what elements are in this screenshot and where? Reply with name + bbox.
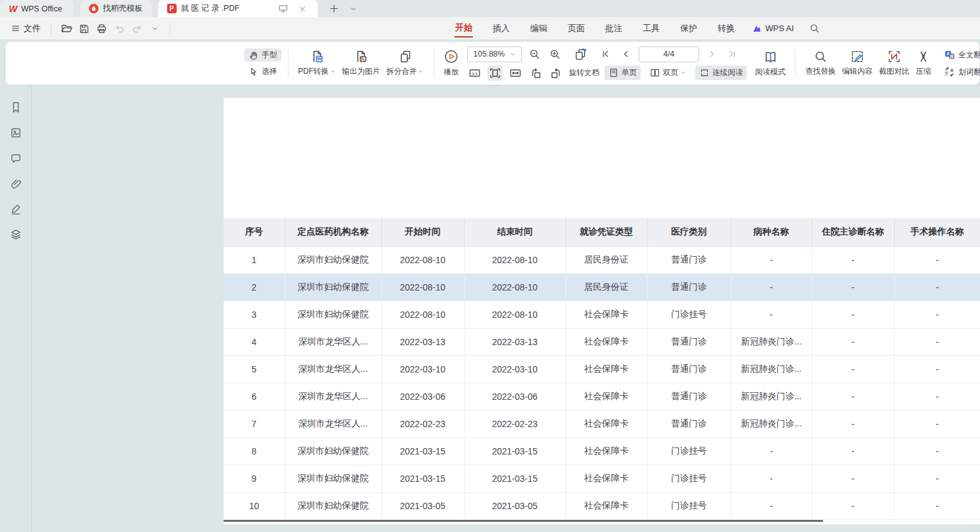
- rotate-left-button[interactable]: [528, 65, 543, 81]
- chevron-down-icon: [418, 69, 424, 74]
- full-translation-button[interactable]: A 文 全文翻译: [939, 48, 980, 62]
- menu-convert[interactable]: 转换: [717, 20, 735, 37]
- zoom-level-select[interactable]: 105.88%: [467, 46, 522, 62]
- wps-ai-button[interactable]: WPS AI: [752, 24, 794, 34]
- attachment-icon[interactable]: [9, 177, 23, 191]
- single-page-button[interactable]: 单页: [604, 65, 641, 80]
- select-tool-button[interactable]: 选择: [244, 65, 282, 78]
- table-cell: -: [894, 273, 980, 301]
- table-cell: -: [894, 492, 980, 519]
- read-mode-button[interactable]: 阅读模式: [752, 48, 789, 79]
- page-number-input[interactable]: 4/4: [639, 46, 699, 62]
- menu-edit[interactable]: 编辑: [529, 20, 548, 37]
- table-cell: 深圳市龙华区人...: [285, 328, 381, 355]
- actual-size-button[interactable]: 1:1: [467, 65, 482, 81]
- rotate-left-icon: [529, 67, 542, 79]
- select-tool-label: 选择: [262, 66, 277, 77]
- menu-insert[interactable]: 插入: [492, 20, 510, 37]
- svg-text:1:1: 1:1: [472, 71, 478, 75]
- export-image-button[interactable]: 输出为图片: [339, 48, 383, 78]
- table-cell: 2022-08-10: [381, 273, 464, 301]
- search-icon[interactable]: [809, 23, 820, 34]
- table-cell: 社会保障卡: [566, 383, 647, 410]
- continuous-read-icon: [699, 67, 710, 78]
- bookmark-icon[interactable]: [9, 100, 23, 114]
- quick-access-chevron-icon[interactable]: [147, 21, 163, 36]
- continuous-read-label: 连续阅读: [712, 67, 743, 78]
- table-cell: -: [812, 301, 894, 328]
- rotate-right-button[interactable]: [548, 65, 564, 81]
- table-cell: 新冠肺炎门诊...: [731, 383, 812, 410]
- cursor-icon: [248, 67, 259, 77]
- table-cell: -: [894, 383, 980, 410]
- table-cell: 2022-08-10: [464, 273, 566, 301]
- next-page-button[interactable]: [704, 46, 719, 62]
- zoom-out-button[interactable]: [527, 46, 542, 62]
- table-cell: 社会保障卡: [566, 465, 647, 492]
- continuous-read-button[interactable]: 连续阅读: [695, 65, 747, 80]
- layers-icon[interactable]: [9, 228, 23, 242]
- rotate-doc-label[interactable]: 旋转文档: [569, 67, 599, 78]
- close-tab-icon[interactable]: [296, 3, 309, 15]
- last-page-button[interactable]: [725, 46, 740, 62]
- column-header: 病种名称: [731, 218, 812, 246]
- table-cell: 门诊挂号: [647, 492, 731, 519]
- table-cell: 2021-03-15: [381, 437, 464, 465]
- word-translation-button[interactable]: 文 A 划词翻译: [939, 65, 980, 79]
- compress-button[interactable]: 压缩: [913, 48, 934, 78]
- tab-list-chevron-icon[interactable]: [347, 3, 360, 15]
- table-cell: -: [731, 273, 812, 301]
- menu-tools[interactable]: 工具: [642, 20, 660, 37]
- file-menu-button[interactable]: 文件: [6, 21, 45, 36]
- fit-page-icon: [489, 67, 501, 79]
- edit-content-button[interactable]: 编辑内容: [839, 48, 876, 78]
- menu-page[interactable]: 页面: [567, 20, 585, 37]
- table-cell: 深圳市妇幼保健院: [285, 301, 381, 328]
- menu-annotate[interactable]: 批注: [604, 20, 623, 37]
- screenshot-compare-button[interactable]: 截图对比: [876, 48, 913, 78]
- find-replace-button[interactable]: 查找替换: [802, 48, 839, 78]
- medical-records-table: 序号定点医药机构名称开始时间结束时间就诊凭证类型医疗类别病种名称住院主诊断名称手…: [224, 218, 980, 520]
- monitor-icon[interactable]: [277, 3, 290, 15]
- print-button[interactable]: [94, 21, 109, 36]
- save-button[interactable]: [76, 21, 92, 36]
- menu-home[interactable]: 开始: [454, 20, 473, 38]
- table-row: 7深圳市龙华区人...2022-02-232022-02-23社会保障卡普通门诊…: [224, 410, 980, 437]
- split-merge-button[interactable]: 拆分合并: [383, 48, 427, 78]
- table-cell: 社会保障卡: [566, 492, 647, 519]
- page-background-button[interactable]: [573, 46, 588, 62]
- tab-docer-templates[interactable]: 找稻壳模板: [80, 0, 152, 17]
- previous-page-button[interactable]: [618, 46, 634, 62]
- wps-logo-icon: W: [9, 4, 17, 14]
- fit-page-button[interactable]: [487, 65, 503, 81]
- signature-icon[interactable]: [9, 202, 23, 216]
- redo-button[interactable]: [130, 21, 145, 36]
- table-cell: 深圳市龙华区人...: [285, 410, 381, 437]
- pdf-convert-button[interactable]: W PDF转换: [295, 48, 339, 78]
- column-header: 定点医药机构名称: [285, 218, 381, 246]
- tab-wps-office[interactable]: W WPS Office: [0, 0, 74, 17]
- undo-button[interactable]: [112, 21, 127, 36]
- first-page-button[interactable]: [598, 46, 613, 62]
- new-tab-icon[interactable]: [328, 3, 341, 15]
- tab-medical-record-pdf[interactable]: P 就 医 记 录 .PDF: [158, 0, 318, 17]
- fit-width-button[interactable]: [508, 65, 523, 81]
- table-row: 8深圳市妇幼保健院2021-03-152021-03-15社会保障卡门诊挂号--…: [224, 437, 980, 465]
- play-button[interactable]: 播放: [440, 48, 462, 79]
- hand-tool-button[interactable]: 手型: [244, 48, 282, 62]
- table-cell: 深圳市妇幼保健院: [285, 437, 381, 465]
- comment-icon[interactable]: [9, 151, 23, 165]
- table-cell: 深圳市妇幼保健院: [285, 273, 381, 301]
- table-cell: 门诊挂号: [647, 437, 731, 465]
- table-cell: 居民身份证: [566, 246, 647, 273]
- table-cell: 普通门诊: [647, 383, 731, 410]
- open-file-button[interactable]: [58, 21, 74, 36]
- full-translation-label: 全文翻译: [958, 50, 980, 60]
- page-number-value: 4/4: [664, 50, 674, 58]
- double-page-button[interactable]: 双页: [646, 65, 690, 80]
- zoom-in-button[interactable]: [547, 46, 562, 62]
- menu-protect[interactable]: 保护: [679, 20, 698, 37]
- table-cell: -: [812, 410, 894, 437]
- table-cell: 2022-08-10: [381, 246, 464, 273]
- page-thumbnails-icon[interactable]: [9, 126, 23, 140]
